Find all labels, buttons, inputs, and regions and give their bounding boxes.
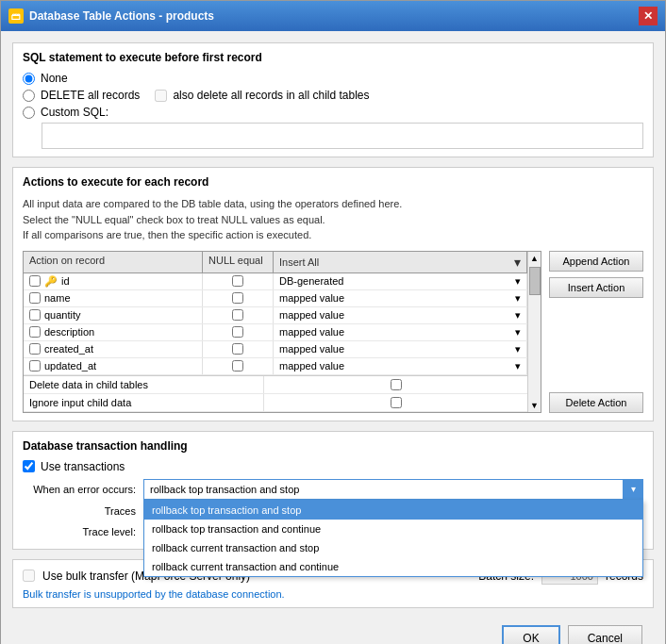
scroll-up[interactable]: ▲ [528, 252, 541, 265]
field-name-created_at: created_at [44, 343, 93, 355]
null-cb-created_at[interactable] [232, 343, 243, 355]
value-description: mapped value [279, 326, 344, 338]
use-transactions-row: Use transactions [23, 460, 643, 473]
row-cb-id[interactable] [29, 275, 41, 287]
bottom-row-1: Delete data in child tables [24, 376, 527, 394]
use-transactions-label: Use transactions [41, 460, 125, 473]
td-value-updated_at: mapped value ▾ [274, 358, 527, 374]
dropdown-value: rollback top transaction and stop [150, 484, 299, 495]
close-button[interactable]: ✕ [639, 7, 658, 25]
value-quantity-arrow[interactable]: ▾ [515, 309, 521, 322]
table-scrollbar[interactable]: ▲ ▼ [527, 252, 541, 412]
table-row: created_at mapped value ▾ [24, 341, 527, 358]
td-value-quantity: mapped value ▾ [274, 307, 527, 323]
actions-title: Actions to execute for each record [23, 175, 643, 189]
td-name-description: description [24, 324, 203, 340]
radio-custom-label: Custom SQL: [41, 106, 108, 119]
value-created_at-arrow[interactable]: ▾ [515, 343, 521, 355]
td-name-name: name [24, 290, 203, 306]
window-icon: 🗃 [8, 8, 24, 24]
radio-none[interactable] [23, 73, 35, 85]
also-delete-label: also delete all records in all child tab… [173, 89, 369, 102]
use-transactions-checkbox[interactable] [23, 460, 35, 472]
row-cb-updated_at[interactable] [29, 360, 41, 372]
null-cb-description[interactable] [232, 326, 243, 338]
td-null-quantity [203, 307, 274, 323]
td-name-quantity: quantity [24, 307, 203, 323]
bulk-unsupported-note: Bulk transfer is unsupported by the data… [23, 588, 643, 600]
sql-section: SQL statement to execute before first re… [12, 42, 654, 157]
value-updated_at: mapped value [279, 360, 344, 372]
td-name-updated_at: updated_at [24, 358, 203, 374]
table-inner: Action on record NULL equal Insert All ▾ [24, 252, 527, 412]
value-name-arrow[interactable]: ▾ [515, 292, 521, 305]
transaction-section: Database transaction handling Use transa… [12, 431, 654, 550]
bottom-td-delete-cb [264, 376, 527, 393]
when-error-dropdown[interactable]: rollback top transaction and stop ▾ roll… [143, 479, 643, 500]
radio-delete-row: DELETE all records also delete all recor… [23, 89, 643, 102]
td-value-description: mapped value ▾ [274, 324, 527, 340]
td-name-created_at: created_at [24, 341, 203, 357]
delete-action-button[interactable]: Delete Action [549, 392, 643, 413]
trace-level-label: Trace level: [23, 526, 136, 537]
row-cb-quantity[interactable] [29, 309, 41, 321]
also-delete-container: also delete all records in all child tab… [155, 89, 369, 102]
td-value-name: mapped value ▾ [274, 290, 527, 306]
sql-section-title: SQL statement to execute before first re… [23, 51, 643, 64]
table-area: Action on record NULL equal Insert All ▾ [23, 251, 541, 413]
value-id-arrow[interactable]: ▾ [515, 275, 521, 288]
main-window: 🗃 Database Table Actions - products ✕ SQ… [0, 0, 666, 644]
cancel-button[interactable]: Cancel [568, 625, 642, 645]
value-updated_at-arrow[interactable]: ▾ [515, 360, 521, 372]
bottom-td-ignore-label: Ignore input child data [24, 394, 264, 411]
title-bar: 🗃 Database Table Actions - products ✕ [1, 1, 665, 31]
bulk-transfer-checkbox[interactable] [23, 570, 35, 582]
field-name-updated_at: updated_at [44, 360, 96, 372]
append-action-button[interactable]: Append Action [549, 251, 643, 272]
col-insert-arrow[interactable]: ▾ [514, 255, 521, 270]
ignore-child-checkbox[interactable] [391, 397, 402, 408]
null-cb-name[interactable] [232, 292, 243, 304]
td-null-description [203, 324, 274, 340]
field-name-name: name [44, 292, 71, 304]
dropdown-option-0[interactable]: rollback top transaction and stop [144, 501, 642, 520]
ok-button[interactable]: OK [502, 625, 559, 645]
null-cb-quantity[interactable] [232, 309, 243, 321]
field-name-quantity: quantity [44, 309, 81, 321]
dropdown-option-1[interactable]: rollback top transaction and continue [144, 520, 642, 538]
td-name-id: 🔑 id [24, 273, 203, 289]
value-description-arrow[interactable]: ▾ [515, 326, 521, 339]
scroll-down[interactable]: ▼ [528, 399, 541, 412]
value-quantity: mapped value [279, 309, 344, 321]
dropdown-option-3[interactable]: rollback current transaction and continu… [144, 557, 642, 576]
also-delete-checkbox[interactable] [155, 90, 167, 102]
col-insert: Insert All ▾ [274, 252, 527, 272]
actions-table: Action on record NULL equal Insert All ▾ [23, 251, 541, 413]
table-row: quantity mapped value ▾ [24, 307, 527, 324]
null-cb-id[interactable] [232, 275, 243, 287]
button-spacer [549, 304, 643, 387]
dropdown-option-2[interactable]: rollback current transaction and stop [144, 538, 642, 557]
row-cb-description[interactable] [29, 326, 41, 338]
table-row: name mapped value ▾ [24, 290, 527, 307]
delete-child-checkbox[interactable] [391, 379, 402, 390]
radio-custom-row: Custom SQL: [23, 106, 643, 119]
null-cb-updated_at[interactable] [232, 360, 243, 372]
sql-radio-group: None DELETE all records also delete all … [23, 72, 643, 149]
actions-desc: All input data are compared to the DB ta… [23, 196, 643, 243]
custom-sql-input[interactable] [42, 123, 643, 149]
bottom-td-ignore-cb [264, 394, 527, 411]
bottom-table: Delete data in child tables Ignore input… [24, 375, 527, 412]
table-row: 🔑 id DB-generated ▾ [24, 273, 527, 290]
radio-none-row: None [23, 72, 643, 85]
scroll-thumb[interactable] [529, 267, 541, 295]
insert-action-button[interactable]: Insert Action [549, 277, 643, 298]
radio-delete[interactable] [23, 90, 35, 102]
when-error-label: When an error occurs: [23, 484, 136, 495]
row-cb-name[interactable] [29, 292, 41, 304]
table-row: description mapped value ▾ [24, 324, 527, 341]
dropdown-selected[interactable]: rollback top transaction and stop [143, 479, 643, 500]
row-cb-created_at[interactable] [29, 343, 41, 355]
window-title: Database Table Actions - products [29, 9, 214, 23]
radio-custom[interactable] [23, 107, 35, 119]
